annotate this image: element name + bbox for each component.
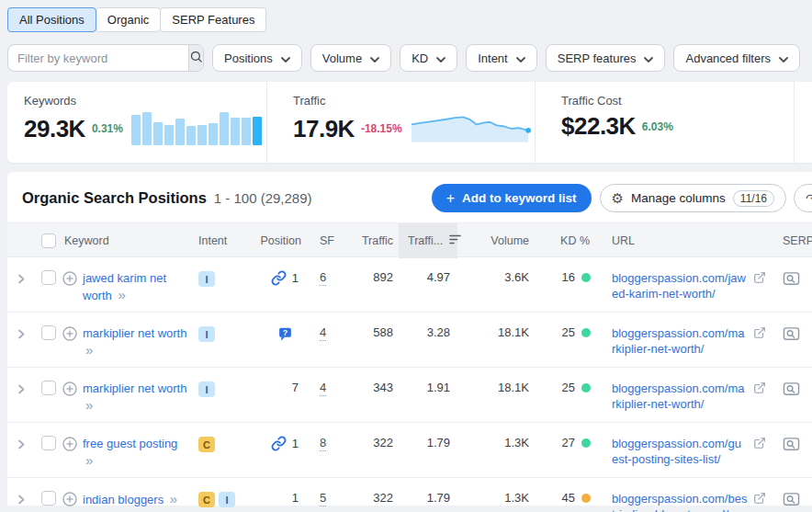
- search-icon: [189, 50, 203, 66]
- row-checkbox[interactable]: [41, 381, 56, 395]
- header-position[interactable]: Position: [237, 234, 307, 247]
- keyword-link[interactable]: markiplier net worth »: [83, 325, 189, 359]
- tab-organic[interactable]: Organic: [96, 7, 162, 32]
- stat-keywords-value: 29.3K: [24, 115, 85, 143]
- intent-badge-i[interactable]: I: [198, 381, 215, 397]
- row-checkbox[interactable]: [41, 491, 56, 506]
- traffic-value: 322: [344, 436, 399, 449]
- serp-preview-icon[interactable]: [783, 441, 800, 455]
- header-intent[interactable]: Intent: [197, 234, 237, 247]
- select-all-checkbox[interactable]: [41, 233, 56, 248]
- keyword-filter-input[interactable]: [8, 45, 188, 71]
- open-keyword-icon[interactable]: »: [85, 452, 93, 468]
- open-keyword-icon[interactable]: »: [85, 397, 93, 413]
- filter-dropdown-volume[interactable]: Volume: [310, 44, 391, 72]
- keyword-link[interactable]: free guest posting »: [83, 436, 189, 470]
- open-keyword-icon[interactable]: »: [170, 491, 177, 506]
- position-link-icon: [271, 270, 287, 286]
- serp-preview-icon[interactable]: [783, 496, 800, 510]
- volume-value: 18.1K: [457, 325, 535, 339]
- intent-badge-i[interactable]: I: [198, 271, 215, 287]
- serp-preview-icon[interactable]: [783, 331, 800, 345]
- keyword-link[interactable]: indian bloggers »: [83, 491, 189, 508]
- intent-badge-c[interactable]: C: [198, 437, 215, 452]
- table-row: free guest posting » C 1 8 322 1.79 1.3K…: [7, 423, 812, 478]
- traffic-value: 588: [344, 325, 399, 339]
- serp-preview-icon[interactable]: [783, 386, 800, 400]
- header-traffic[interactable]: Traffic: [344, 234, 399, 247]
- expand-row-icon[interactable]: [17, 383, 26, 397]
- tab-all-positions[interactable]: All Positions: [7, 7, 96, 32]
- filter-dropdown-intent[interactable]: Intent: [466, 44, 537, 72]
- stat-traffic-change: -18.15%: [361, 122, 402, 135]
- header-keyword[interactable]: Keyword: [62, 234, 197, 247]
- filter-dropdown-serp-features[interactable]: SERP features: [546, 44, 666, 72]
- open-keyword-icon[interactable]: »: [118, 287, 125, 302]
- url-link[interactable]: bloggerspassion.com/best-indian-blogs-to…: [612, 491, 748, 512]
- external-link-icon[interactable]: [753, 492, 766, 507]
- add-to-keyword-list-button[interactable]: + Add to keyword list: [432, 184, 592, 212]
- expand-row-icon[interactable]: [17, 438, 26, 452]
- expand-row-icon[interactable]: [17, 273, 26, 287]
- filter-dropdown-advanced-filters[interactable]: Advanced filters: [673, 44, 800, 72]
- expand-row-icon[interactable]: [17, 328, 26, 342]
- chevron-down-icon: [644, 51, 653, 65]
- header-url[interactable]: URL: [601, 234, 770, 247]
- serp-features-count[interactable]: 8: [320, 436, 326, 451]
- traffic-value: 892: [344, 270, 399, 284]
- header-traffic-pct[interactable]: Traffi...: [399, 223, 457, 258]
- traffic-pct-value: 3.28: [399, 325, 457, 339]
- tab-serp-features[interactable]: SERP Features: [160, 7, 266, 32]
- spark-bar: [209, 123, 218, 145]
- url-link[interactable]: bloggerspassion.com/guest-posting-sites-…: [612, 436, 748, 467]
- manage-columns-label: Manage columns: [631, 191, 726, 205]
- intent-badge-i[interactable]: I: [198, 326, 215, 342]
- view-tabs: All PositionsOrganicSERP Features: [7, 7, 812, 32]
- add-keyword-icon[interactable]: [62, 437, 77, 454]
- intent-badge-i[interactable]: I: [219, 492, 235, 507]
- add-keyword-icon[interactable]: [62, 381, 77, 399]
- row-checkbox[interactable]: [41, 325, 56, 340]
- add-keyword-icon[interactable]: [62, 271, 77, 289]
- stat-keywords-change: 0.31%: [92, 122, 123, 135]
- url-link[interactable]: bloggerspassion.com/markiplier-net-worth…: [612, 325, 748, 357]
- external-link-icon[interactable]: [753, 326, 766, 342]
- header-kd[interactable]: KD %: [535, 234, 601, 247]
- serp-features-count[interactable]: 6: [320, 270, 326, 286]
- external-link-icon[interactable]: [753, 437, 766, 452]
- external-link-icon[interactable]: [753, 381, 766, 397]
- stat-keywords: Keywords 29.3K 0.31%: [7, 82, 267, 163]
- header-sf[interactable]: SF: [307, 234, 344, 247]
- kd-level-dot: [581, 273, 591, 282]
- manage-columns-button[interactable]: ⚙ Manage columns 11/16: [600, 184, 786, 212]
- spark-bar: [153, 122, 163, 145]
- header-volume[interactable]: Volume: [457, 234, 535, 247]
- open-keyword-icon[interactable]: »: [85, 342, 93, 358]
- table-row: indian bloggers » CI 1 5 322 1.79 1.3K 4…: [7, 478, 812, 512]
- kd-value: 45: [562, 491, 575, 505]
- dropdown-label: Volume: [322, 51, 362, 65]
- keyword-link[interactable]: jawed karim net worth »: [83, 270, 189, 304]
- keyword-link[interactable]: markiplier net worth »: [83, 381, 189, 415]
- export-button[interactable]: ↷: [794, 184, 812, 212]
- url-link[interactable]: bloggerspassion.com/markiplier-net-worth…: [612, 381, 748, 412]
- spark-bar: [231, 118, 240, 145]
- table-row: markiplier net worth » I ? 4 588 3.28 18…: [7, 313, 812, 368]
- filter-dropdown-positions[interactable]: Positions: [212, 44, 302, 72]
- search-button[interactable]: [188, 45, 203, 71]
- panel-title: Organic Search Positions: [22, 189, 207, 207]
- keyword-link-text: indian bloggers: [83, 493, 167, 506]
- external-link-icon[interactable]: [753, 271, 766, 287]
- filter-dropdown-kd[interactable]: KD: [400, 44, 457, 72]
- serp-features-count[interactable]: 4: [320, 325, 326, 341]
- serp-preview-icon[interactable]: [783, 276, 800, 290]
- url-link[interactable]: bloggerspassion.com/jawed-karim-net-wort…: [612, 270, 748, 302]
- add-keyword-icon[interactable]: [62, 326, 77, 344]
- serp-features-count[interactable]: 4: [320, 381, 326, 396]
- row-checkbox[interactable]: [41, 436, 56, 450]
- add-keyword-icon[interactable]: [62, 492, 77, 509]
- intent-badge-c[interactable]: C: [198, 492, 215, 507]
- row-checkbox[interactable]: [41, 270, 56, 285]
- expand-row-icon[interactable]: [17, 494, 26, 507]
- serp-features-count[interactable]: 5: [320, 491, 326, 506]
